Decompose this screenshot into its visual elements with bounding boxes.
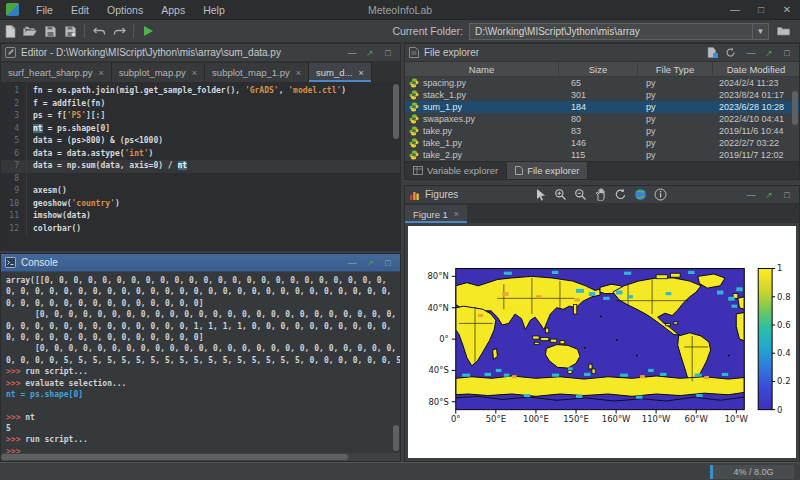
- current-folder-combobox[interactable]: D:\Working\MIScript\Jython\mis\array ▼: [469, 23, 769, 40]
- redo-icon[interactable]: [109, 22, 129, 40]
- zoom-out-icon[interactable]: [573, 188, 588, 202]
- save-as-icon[interactable]: [60, 22, 80, 40]
- tab-label: Variable explorer: [427, 165, 498, 176]
- console-output-area[interactable]: array([[0, 0, 0, 0, 0, 0, 0, 0, 0, 0, 0,…: [1, 272, 400, 453]
- new-file-icon[interactable]: [0, 22, 20, 40]
- menu-item-edit[interactable]: Edit: [62, 4, 98, 16]
- console-header[interactable]: Console — ↗ □: [1, 254, 400, 272]
- code-line[interactable]: 6data = data.astype('int'): [1, 148, 400, 161]
- code-line[interactable]: 5data = (ps>800) & (ps<1000): [1, 135, 400, 148]
- maximize-icon[interactable]: □: [380, 48, 396, 58]
- window-close-icon[interactable]: ✕: [774, 4, 800, 15]
- console-vscrollbar[interactable]: [392, 272, 400, 453]
- select-arrow-icon[interactable]: [533, 188, 548, 202]
- svg-text:60°W: 60°W: [685, 414, 708, 424]
- code-line[interactable]: 9axesm(): [1, 185, 400, 198]
- file-row[interactable]: take.py83py2019/11/6 10:44: [405, 125, 799, 137]
- minimize-icon[interactable]: —: [344, 258, 360, 268]
- code-line[interactable]: 8: [1, 173, 400, 186]
- column-file-type[interactable]: File Type: [638, 62, 713, 76]
- file-list-scrollbar[interactable]: [791, 77, 799, 161]
- menu-item-file[interactable]: File: [27, 4, 62, 16]
- line-number: 12: [1, 223, 27, 236]
- code-line[interactable]: 12colorbar(): [1, 223, 400, 236]
- editor-tab[interactable]: subplot_map_1.py×: [205, 63, 309, 82]
- rotate-icon[interactable]: [613, 188, 628, 202]
- code-editor[interactable]: 1fn = os.path.join(migl.get_sample_folde…: [1, 82, 400, 250]
- code-line[interactable]: 7data = np.sum(data, axis=0) / nt: [1, 160, 400, 173]
- browse-folder-button[interactable]: [772, 23, 794, 40]
- file-row[interactable]: take_1.py146py2022/2/7 03:22: [405, 137, 799, 149]
- current-folder-value[interactable]: D:\Working\MIScript\Jython\mis\array: [470, 26, 752, 37]
- info-icon[interactable]: [653, 188, 668, 202]
- new-file-icon[interactable]: [707, 47, 723, 58]
- minimize-icon[interactable]: —: [743, 48, 759, 58]
- menu-item-apps[interactable]: Apps: [152, 4, 194, 16]
- file-name: sum_1.py: [405, 102, 559, 112]
- tab-label: File explorer: [527, 165, 579, 176]
- file-row[interactable]: stack_1.py301py2023/8/24 01:17: [405, 89, 799, 101]
- splitter-horizontal[interactable]: [404, 180, 800, 183]
- maximize-icon[interactable]: □: [779, 48, 795, 58]
- figure-tab[interactable]: Figure 1 ×: [405, 205, 467, 223]
- code-line[interactable]: 3ps = f['PS'][:]: [1, 110, 400, 123]
- python-file-icon: [409, 114, 419, 124]
- editor-tab[interactable]: sum_d...×: [309, 63, 372, 82]
- minimize-icon[interactable]: —: [743, 190, 759, 200]
- tab-variable-explorer[interactable]: Variable explorer: [405, 162, 507, 179]
- tab-file-explorer[interactable]: File explorer: [507, 162, 588, 179]
- memory-indicator[interactable]: 4% / 8.0G: [710, 465, 794, 479]
- chevron-down-icon[interactable]: ▼: [752, 24, 768, 39]
- run-script-icon[interactable]: [138, 22, 158, 40]
- tab-close-icon[interactable]: ×: [192, 68, 197, 78]
- float-icon[interactable]: ↗: [761, 190, 777, 200]
- float-icon[interactable]: ↗: [362, 48, 378, 58]
- code-line[interactable]: 10geoshow('country'): [1, 198, 400, 211]
- file-row[interactable]: take_2.py115py2019/11/7 12:02: [405, 149, 799, 161]
- console-hscrollbar[interactable]: [1, 453, 400, 461]
- code-line[interactable]: 1fn = os.path.join(migl.get_sample_folde…: [1, 85, 400, 98]
- file-row[interactable]: sum_1.py184py2023/6/28 10:28: [405, 101, 799, 113]
- file-explorer-header[interactable]: File explorer — ↗ □: [405, 44, 799, 62]
- refresh-icon[interactable]: [725, 47, 741, 58]
- pan-hand-icon[interactable]: [593, 188, 608, 202]
- code-line[interactable]: 2f = addfile(fn): [1, 98, 400, 111]
- line-number: 1: [1, 85, 27, 98]
- editor-tab[interactable]: subplot_map.py×: [112, 63, 205, 82]
- code-line[interactable]: 4nt = ps.shape[0]: [1, 123, 400, 136]
- globe-icon[interactable]: [633, 188, 648, 202]
- float-icon[interactable]: ↗: [761, 48, 777, 58]
- zoom-in-icon[interactable]: [553, 188, 568, 202]
- svg-text:150°E: 150°E: [563, 414, 589, 424]
- editor-scrollbar[interactable]: [392, 82, 400, 250]
- tab-close-icon[interactable]: ×: [454, 209, 459, 219]
- column-date-modified[interactable]: Date Modified: [713, 62, 799, 76]
- undo-icon[interactable]: [89, 22, 109, 40]
- code-line[interactable]: 11imshow(data): [1, 210, 400, 223]
- tab-close-icon[interactable]: ×: [99, 68, 104, 78]
- menu-item-options[interactable]: Options: [98, 4, 152, 16]
- float-icon[interactable]: ↗: [362, 258, 378, 268]
- open-folder-icon[interactable]: [20, 22, 40, 40]
- minimize-icon[interactable]: —: [344, 48, 360, 58]
- console-line: nt = ps.shape[0]: [6, 389, 390, 400]
- maximize-icon[interactable]: □: [380, 258, 396, 268]
- maximize-icon[interactable]: □: [779, 190, 795, 200]
- tab-close-icon[interactable]: ×: [296, 68, 301, 78]
- menu-item-help[interactable]: Help: [194, 4, 234, 16]
- file-name: swapaxes.py: [405, 114, 559, 124]
- column-size[interactable]: Size: [559, 62, 638, 76]
- file-row[interactable]: swapaxes.py80py2022/4/10 04:41: [405, 113, 799, 125]
- window-minimize-icon[interactable]: —: [722, 4, 748, 15]
- window-maximize-icon[interactable]: □: [748, 4, 774, 15]
- figures-header[interactable]: Figures: [405, 186, 799, 204]
- tab-close-icon[interactable]: ×: [358, 68, 363, 78]
- code-text: colorbar(): [27, 223, 81, 236]
- column-name[interactable]: Name: [405, 62, 559, 76]
- editor-header[interactable]: Editor - D:\Working\MIScript\Jython\mis\…: [1, 44, 400, 62]
- editor-tab[interactable]: surf_heart_sharp.py×: [1, 63, 112, 82]
- file-row[interactable]: spacing.py65py2024/2/4 11:23: [405, 77, 799, 89]
- save-icon[interactable]: [40, 22, 60, 40]
- editor-icon: [5, 47, 16, 58]
- figure-canvas[interactable]: 80°N40°N0°40°S80°S 0°50°E100°E150°E160°W…: [408, 226, 796, 458]
